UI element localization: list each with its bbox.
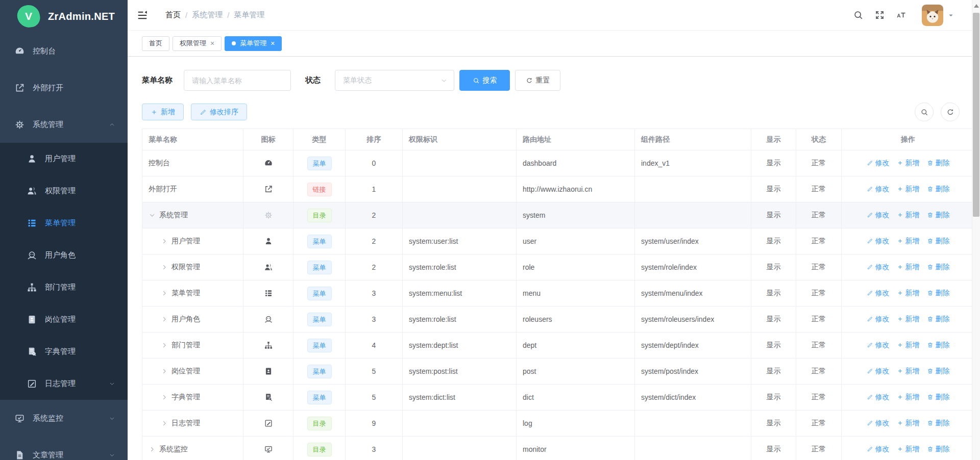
- add-button-label: 新增: [161, 108, 175, 117]
- edit-action[interactable]: 修改: [867, 237, 890, 246]
- avatar[interactable]: [922, 5, 943, 26]
- sidebar-item-3[interactable]: 用户管理: [0, 143, 128, 175]
- edit-action[interactable]: 修改: [867, 445, 890, 454]
- scrollbar-thumb[interactable]: [973, 13, 979, 217]
- tab-1[interactable]: 权限管理×: [173, 36, 222, 51]
- edit-action[interactable]: 修改: [867, 315, 890, 324]
- sidebar-item-4[interactable]: 权限管理: [0, 175, 128, 207]
- plus-icon: [897, 446, 903, 452]
- route-cell: dept: [517, 333, 635, 359]
- chevron-down-icon[interactable]: [947, 12, 954, 19]
- scrollbar-up-arrow[interactable]: [974, 4, 979, 8]
- top-navbar: 首页/系统管理/菜单管理: [128, 0, 980, 31]
- sidebar-fold-button[interactable]: [137, 10, 148, 21]
- edit-action[interactable]: 修改: [867, 419, 890, 428]
- add-action[interactable]: 新增: [897, 445, 920, 454]
- chevron-right-icon[interactable]: [161, 394, 168, 401]
- delete-action[interactable]: 删除: [927, 237, 950, 246]
- sidebar-item-5[interactable]: 菜单管理: [0, 207, 128, 239]
- menu-status-select[interactable]: 菜单状态: [335, 70, 454, 91]
- close-icon[interactable]: ×: [271, 40, 275, 47]
- table-header-row: 菜单名称图标类型排序权限标识路由地址组件路径显示状态操作: [142, 129, 975, 150]
- modify-sort-button[interactable]: 修改排序: [191, 104, 247, 120]
- edit-action[interactable]: 修改: [867, 341, 890, 350]
- table-search-toggle-button[interactable]: [915, 103, 934, 121]
- action-label: 修改: [875, 211, 890, 220]
- edit-action[interactable]: 修改: [867, 263, 890, 272]
- chevron-right-icon[interactable]: [161, 316, 168, 323]
- chevron-right-icon[interactable]: [161, 264, 168, 271]
- chevron-up-icon: [109, 121, 115, 128]
- fullscreen-icon[interactable]: [874, 10, 885, 20]
- action-label: 删除: [936, 445, 950, 454]
- delete-action[interactable]: 删除: [927, 185, 950, 194]
- app-title: ZrAdmin.NET: [48, 11, 115, 22]
- add-action[interactable]: 新增: [897, 263, 920, 272]
- delete-action[interactable]: 删除: [927, 419, 950, 428]
- font-size-icon[interactable]: [896, 10, 906, 20]
- delete-action[interactable]: 删除: [927, 367, 950, 376]
- delete-action[interactable]: 删除: [927, 315, 950, 324]
- add-action[interactable]: 新增: [897, 341, 920, 350]
- sidebar-item-2[interactable]: 系统管理: [0, 106, 128, 143]
- delete-action[interactable]: 删除: [927, 341, 950, 350]
- search-button[interactable]: 搜索: [459, 70, 510, 91]
- delete-action[interactable]: 删除: [927, 445, 950, 454]
- chevron-right-icon[interactable]: [161, 368, 168, 375]
- add-action[interactable]: 新增: [897, 393, 920, 402]
- breadcrumb-item[interactable]: 首页: [165, 10, 181, 20]
- chevron-down-icon[interactable]: [149, 212, 156, 219]
- search-icon[interactable]: [853, 10, 864, 20]
- sidebar-item-10[interactable]: 日志管理: [0, 368, 128, 400]
- edit-action[interactable]: 修改: [867, 211, 890, 220]
- vertical-scrollbar[interactable]: [972, 0, 980, 460]
- chevron-right-icon[interactable]: [149, 446, 156, 453]
- delete-action[interactable]: 删除: [927, 289, 950, 298]
- sidebar-item-9[interactable]: 字典管理: [0, 336, 128, 368]
- chevron-right-icon[interactable]: [161, 290, 168, 297]
- sidebar-item-1[interactable]: 外部打开: [0, 69, 128, 106]
- menu-name-cell: 外部打开: [149, 185, 237, 194]
- action-label: 新增: [905, 211, 920, 220]
- chevron-right-icon[interactable]: [161, 238, 168, 245]
- edit-action[interactable]: 修改: [867, 393, 890, 402]
- reset-button[interactable]: 重置: [515, 70, 560, 91]
- close-icon[interactable]: ×: [210, 40, 214, 47]
- edit-action[interactable]: 修改: [867, 185, 890, 194]
- logo[interactable]: V ZrAdmin.NET: [0, 0, 128, 33]
- edit-action[interactable]: 修改: [867, 289, 890, 298]
- sidebar-item-11[interactable]: 系统监控: [0, 400, 128, 437]
- add-action[interactable]: 新增: [897, 211, 920, 220]
- edit-action[interactable]: 修改: [867, 159, 890, 168]
- tab-active[interactable]: 菜单管理×: [225, 36, 282, 51]
- add-button[interactable]: 新增: [142, 104, 184, 120]
- sidebar-item-7[interactable]: 部门管理: [0, 271, 128, 303]
- status-cell: 正常: [796, 150, 842, 176]
- sidebar-item-8[interactable]: 岗位管理: [0, 303, 128, 336]
- chevron-right-icon[interactable]: [161, 420, 168, 427]
- sidebar-item-12[interactable]: 文章管理: [0, 437, 128, 460]
- menu-tree-icon: [264, 289, 273, 298]
- status-label: 状态: [305, 75, 321, 85]
- edit-action[interactable]: 修改: [867, 367, 890, 376]
- delete-action[interactable]: 删除: [927, 159, 950, 168]
- delete-action[interactable]: 删除: [927, 263, 950, 272]
- add-action[interactable]: 新增: [897, 315, 920, 324]
- sidebar-item-0[interactable]: 控制台: [0, 33, 128, 69]
- sidebar-menu: 控制台外部打开系统管理用户管理权限管理菜单管理用户角色部门管理岗位管理字典管理日…: [0, 33, 128, 460]
- chevron-right-icon[interactable]: [161, 342, 168, 349]
- menu-name-input[interactable]: [184, 70, 291, 91]
- delete-action[interactable]: 删除: [927, 393, 950, 402]
- add-action[interactable]: 新增: [897, 419, 920, 428]
- table-refresh-button[interactable]: [941, 103, 960, 121]
- add-action[interactable]: 新增: [897, 237, 920, 246]
- delete-action[interactable]: 删除: [927, 211, 950, 220]
- sidebar-item-6[interactable]: 用户角色: [0, 239, 128, 271]
- add-action[interactable]: 新增: [897, 289, 920, 298]
- table-toolbar: 新增 修改排序: [142, 103, 980, 121]
- add-action[interactable]: 新增: [897, 367, 920, 376]
- actions-cell: 修改新增删除: [842, 306, 975, 333]
- tab-0[interactable]: 首页: [142, 36, 169, 51]
- add-action[interactable]: 新增: [897, 185, 920, 194]
- add-action[interactable]: 新增: [897, 159, 920, 168]
